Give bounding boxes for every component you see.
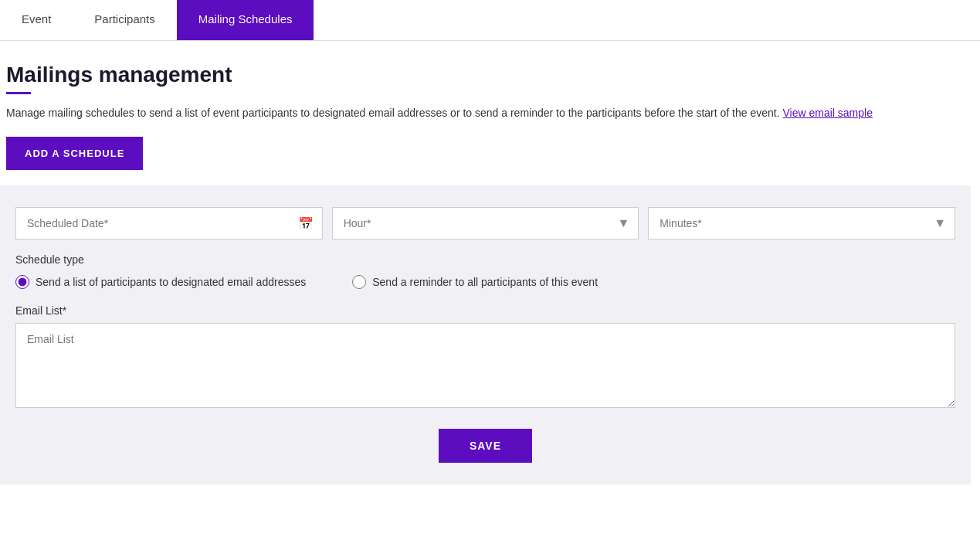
save-button[interactable]: SAVE — [439, 429, 532, 463]
add-schedule-button[interactable]: ADD A SCHEDULE — [6, 137, 143, 170]
tab-bar: Event Participants Mailing Schedules — [0, 0, 980, 41]
view-email-sample-link[interactable]: View email sample — [782, 107, 872, 119]
form-section: 📅 ▼ ▼ Schedule type Send a list of parti… — [0, 185, 971, 484]
radio-reminder-input[interactable] — [352, 275, 366, 289]
schedule-type-label: Schedule type — [15, 253, 955, 266]
tab-mailing-schedules[interactable]: Mailing Schedules — [177, 0, 314, 40]
hour-group: ▼ — [332, 207, 639, 239]
page-description: Manage mailing schedules to send a list … — [6, 105, 933, 121]
page-title: Mailings management — [6, 63, 965, 87]
minutes-group: ▼ — [648, 207, 955, 239]
minutes-input[interactable] — [648, 207, 955, 239]
email-list-textarea[interactable] — [15, 323, 955, 408]
radio-option-reminder[interactable]: Send a reminder to all participants of t… — [352, 275, 598, 289]
save-btn-row: SAVE — [15, 429, 955, 463]
tab-participants[interactable]: Participants — [73, 0, 176, 40]
title-underline — [6, 92, 31, 94]
tab-event[interactable]: Event — [0, 0, 73, 40]
scheduled-date-input[interactable] — [15, 207, 323, 239]
radio-option-participants-list[interactable]: Send a list of participants to designate… — [15, 275, 306, 289]
description-text: Manage mailing schedules to send a list … — [6, 107, 780, 119]
radio-option-2-label: Send a reminder to all participants of t… — [372, 276, 598, 288]
radio-option-1-label: Send a list of participants to designate… — [36, 276, 306, 288]
radio-participants-list-input[interactable] — [15, 275, 29, 289]
form-top-row: 📅 ▼ ▼ — [15, 207, 955, 239]
email-list-label: Email List* — [15, 304, 955, 317]
hour-input[interactable] — [332, 207, 639, 239]
radio-group: Send a list of participants to designate… — [15, 275, 955, 289]
page-content: Mailings management Manage mailing sched… — [0, 41, 980, 500]
scheduled-date-group: 📅 — [15, 207, 323, 239]
